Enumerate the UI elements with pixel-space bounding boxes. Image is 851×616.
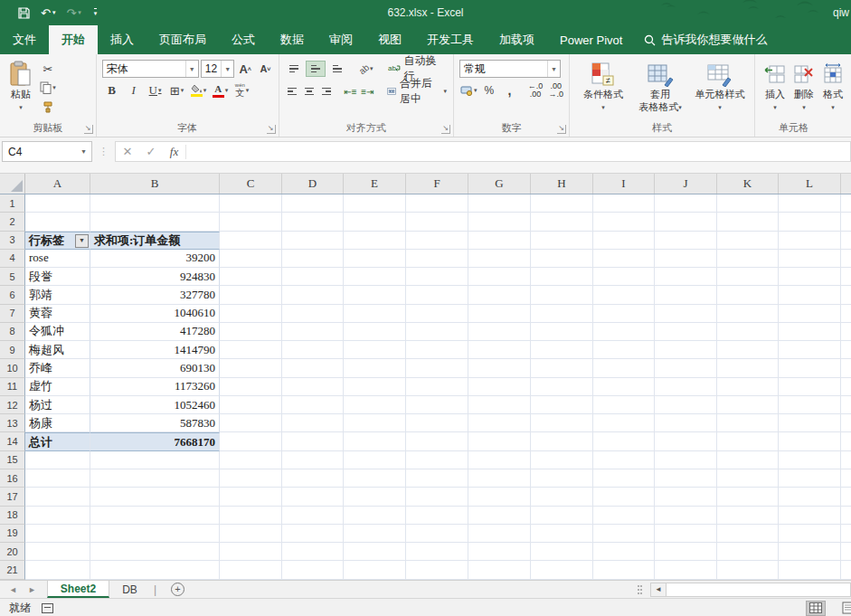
cell-G16[interactable]: [468, 469, 531, 488]
scroll-left-icon[interactable]: ◄: [650, 583, 667, 597]
cell-F11[interactable]: [406, 378, 468, 396]
format-dropdown-icon[interactable]: ▾: [831, 101, 835, 113]
cell-I4[interactable]: [593, 250, 655, 268]
cell-F18[interactable]: [406, 507, 468, 525]
cell-L21[interactable]: [779, 561, 841, 579]
fill-color-dropdown-icon[interactable]: ▾: [203, 87, 207, 94]
cell-A17[interactable]: [25, 488, 90, 506]
cell-A12[interactable]: 杨过: [25, 396, 90, 414]
cell-I5[interactable]: [593, 268, 655, 286]
cell-C8[interactable]: [220, 323, 282, 341]
cell-E3[interactable]: [344, 232, 406, 250]
cell-F2[interactable]: [406, 213, 468, 231]
cell-partial-7[interactable]: [841, 305, 851, 323]
cell-K19[interactable]: [717, 525, 779, 543]
cell-partial-14[interactable]: [841, 432, 851, 450]
cell-A14[interactable]: 总计: [25, 432, 90, 450]
cell-partial-4[interactable]: [841, 250, 851, 268]
cell-D15[interactable]: [282, 451, 344, 469]
cell-K16[interactable]: [717, 469, 779, 488]
cell-C20[interactable]: [220, 543, 282, 561]
cell-E13[interactable]: [344, 414, 406, 432]
cell-B2[interactable]: [90, 213, 220, 231]
cell-I21[interactable]: [593, 561, 655, 579]
cell-H14[interactable]: [531, 432, 593, 450]
cell-K13[interactable]: [717, 414, 779, 432]
cell-G20[interactable]: [468, 543, 531, 561]
cell-E16[interactable]: [344, 469, 406, 488]
cell-H17[interactable]: [531, 488, 593, 506]
cell-J2[interactable]: [655, 213, 717, 231]
cell-L6[interactable]: [779, 286, 841, 304]
cell-D10[interactable]: [282, 359, 344, 377]
cell-styles-button[interactable]: 单元格样式 ▾: [689, 58, 751, 115]
col-header-A[interactable]: A: [25, 174, 90, 194]
tab-scrollbar-splitter[interactable]: [629, 581, 650, 598]
cell-A7[interactable]: 黄蓉: [25, 305, 90, 323]
cell-G1[interactable]: [468, 194, 531, 213]
ribbon-tab-加载项[interactable]: 加载项: [487, 25, 547, 54]
cell-partial-10[interactable]: [841, 359, 851, 377]
cell-L16[interactable]: [779, 469, 841, 488]
cell-A8[interactable]: 令狐冲: [25, 323, 90, 341]
cell-K14[interactable]: [717, 432, 779, 450]
cell-J1[interactable]: [655, 194, 717, 213]
cell-L1[interactable]: [779, 194, 841, 213]
cell-partial-2[interactable]: [841, 213, 851, 231]
sheet-nav-next-icon[interactable]: ►: [28, 585, 36, 594]
cell-K21[interactable]: [717, 561, 779, 579]
col-header-E[interactable]: E: [344, 174, 406, 194]
cell-K5[interactable]: [717, 268, 779, 286]
cell-D9[interactable]: [282, 341, 344, 359]
cell-J6[interactable]: [655, 286, 717, 304]
cell-G21[interactable]: [468, 561, 531, 579]
new-sheet-button[interactable]: +: [171, 581, 184, 598]
row-header-4[interactable]: 4: [0, 250, 25, 268]
cell-partial-6[interactable]: [841, 286, 851, 304]
cell-J16[interactable]: [655, 469, 717, 488]
cell-H20[interactable]: [531, 543, 593, 561]
cell-I7[interactable]: [593, 305, 655, 323]
cell-A10[interactable]: 乔峰: [25, 359, 90, 377]
cell-K2[interactable]: [717, 213, 779, 231]
cell-E1[interactable]: [344, 194, 406, 213]
cell-J3[interactable]: [655, 232, 717, 250]
cell-E19[interactable]: [344, 525, 406, 543]
cell-B21[interactable]: [90, 561, 220, 579]
cell-H6[interactable]: [531, 286, 593, 304]
cell-B5[interactable]: 924830: [90, 268, 220, 286]
cell-partial-5[interactable]: [841, 268, 851, 286]
cell-H11[interactable]: [531, 378, 593, 396]
cell-A18[interactable]: [25, 507, 90, 525]
cell-L10[interactable]: [779, 359, 841, 377]
cell-partial-8[interactable]: [841, 323, 851, 341]
cell-B16[interactable]: [90, 469, 220, 488]
col-header-H[interactable]: H: [531, 174, 593, 194]
formula-input[interactable]: [186, 142, 850, 161]
cell-J12[interactable]: [655, 396, 717, 414]
cell-D7[interactable]: [282, 305, 344, 323]
cut-button[interactable]: ✂: [38, 61, 58, 77]
cell-G7[interactable]: [468, 305, 531, 323]
underline-button[interactable]: U▾: [146, 82, 165, 99]
cell-G19[interactable]: [468, 525, 531, 543]
cell-A4[interactable]: rose: [25, 250, 90, 268]
row-header-16[interactable]: 16: [0, 469, 25, 488]
cell-J11[interactable]: [655, 378, 717, 396]
col-header-C[interactable]: C: [220, 174, 282, 194]
cell-D5[interactable]: [282, 268, 344, 286]
cell-G9[interactable]: [468, 341, 531, 359]
cell-J18[interactable]: [655, 507, 717, 525]
col-header-G[interactable]: G: [468, 174, 531, 194]
cell-K1[interactable]: [717, 194, 779, 213]
cell-L3[interactable]: [779, 232, 841, 250]
cell-B13[interactable]: 587830: [90, 414, 220, 432]
font-dialog-launcher-icon[interactable]: ↘: [267, 125, 276, 134]
cell-K20[interactable]: [717, 543, 779, 561]
sheet-tab-Sheet2[interactable]: Sheet2: [47, 581, 109, 598]
cell-C13[interactable]: [220, 414, 282, 432]
cell-C16[interactable]: [220, 469, 282, 488]
cell-I15[interactable]: [593, 451, 655, 469]
paste-dropdown-icon[interactable]: ▾: [19, 101, 23, 113]
cell-G11[interactable]: [468, 378, 531, 396]
